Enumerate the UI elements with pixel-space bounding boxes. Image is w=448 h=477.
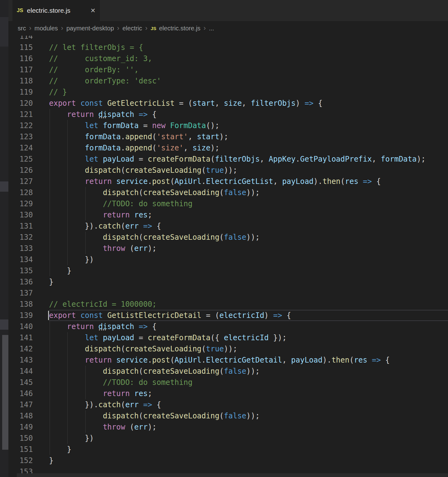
code-line[interactable]: 124 formData.append('size', size); (8, 142, 448, 154)
breadcrumb-item[interactable]: electric (123, 25, 142, 32)
code-line[interactable]: 122 let formData = new FormData(); (8, 120, 448, 131)
code-line[interactable]: 137 (8, 288, 448, 299)
code-line[interactable]: 115// let filterObjs = { (8, 42, 448, 53)
code-line-content[interactable]: //TODO: do something (49, 198, 448, 209)
horizontal-scrollbar[interactable] (17, 473, 448, 477)
code-line[interactable]: 139export const GetListElectricDetail = … (8, 310, 448, 321)
code-line[interactable]: 150 }) (8, 433, 448, 444)
code-line-content[interactable]: let payLoad = createFormData(filterObjs,… (49, 154, 448, 165)
code-line[interactable]: 120export const GetElectricList = (start… (8, 98, 448, 109)
code-line-content[interactable]: formData.append('size', size); (49, 142, 448, 154)
code-line[interactable]: 144 dispatch(createSaveLoading(false)); (8, 366, 448, 377)
code-line[interactable]: 132 dispatch(createSaveLoading(false)); (8, 232, 448, 243)
code-line-content[interactable] (49, 288, 448, 299)
code-line-content[interactable] (49, 36, 448, 42)
code-line[interactable]: 127 return service.post(ApiUrl.ElectricG… (8, 176, 448, 187)
code-token (49, 222, 85, 230)
code-line-content[interactable]: throw (err); (49, 421, 448, 433)
code-line-content[interactable]: }).catch(err => { (49, 221, 448, 232)
code-line-content[interactable]: return dispatch => { (49, 109, 448, 120)
code-line-content[interactable]: }) (49, 433, 448, 444)
close-icon[interactable]: ✕ (90, 7, 96, 14)
code-line-content[interactable]: // electricId = 1000000; (49, 299, 448, 310)
code-line[interactable]: 123 formData.append('start', start); (8, 131, 448, 142)
indent-guide (67, 142, 68, 154)
code-line[interactable]: 138// electricId = 1000000; (8, 299, 448, 310)
code-line-content[interactable]: // customer_id: 3, (49, 53, 448, 64)
code-token: catch (98, 400, 121, 409)
code-line[interactable]: 147 }).catch(err => { (8, 399, 448, 410)
code-line-content[interactable]: dispatch(createSaveLoading(true)); (49, 343, 448, 354)
code-line[interactable]: 121 return dispatch => { (8, 109, 448, 120)
indent-guide (50, 165, 50, 176)
code-line-content[interactable]: // let filterObjs = { (49, 42, 448, 53)
code-line-content[interactable]: dispatch(createSaveLoading(true)); (49, 165, 448, 176)
tab-electric-store-js[interactable]: JS electric.store.js ✕ (12, 0, 100, 21)
code-line-content[interactable]: } (49, 276, 448, 288)
code-line[interactable]: 151 } (8, 444, 448, 455)
indent-guide (67, 421, 68, 433)
code-line[interactable]: 125 let payLoad = createFormData(filterO… (8, 154, 448, 165)
breadcrumb-item[interactable]: src (18, 25, 26, 32)
code-line[interactable]: 129 //TODO: do something (8, 198, 448, 209)
code-editor[interactable]: 114115// let filterObjs = {116// custome… (8, 36, 448, 477)
code-line-content[interactable]: dispatch(createSaveLoading(false)); (49, 410, 448, 421)
code-line[interactable]: 142 dispatch(createSaveLoading(true)); (8, 343, 448, 354)
code-line-content[interactable]: dispatch(createSaveLoading(false)); (49, 366, 448, 377)
code-line-content[interactable]: return res; (49, 388, 448, 399)
code-line[interactable]: 140 return dispatch => { (8, 321, 448, 332)
code-line-content[interactable]: dispatch(createSaveLoading(false)); (49, 232, 448, 243)
code-line[interactable]: 148 dispatch(createSaveLoading(false)); (8, 410, 448, 421)
code-line-content[interactable]: return res; (49, 209, 448, 221)
code-line-content[interactable]: export const GetListElectricDetail = (el… (49, 310, 448, 321)
breadcrumb-item[interactable]: payment-desktop (66, 25, 114, 32)
code-token: ( (170, 356, 174, 364)
code-line[interactable]: 131 }).catch(err => { (8, 221, 448, 232)
code-line[interactable]: 149 throw (err); (8, 421, 448, 433)
code-line-content[interactable]: // orderType: 'desc' (49, 75, 448, 87)
code-line[interactable]: 114 (8, 36, 448, 42)
code-line[interactable]: 136} (8, 276, 448, 288)
code-line-content[interactable]: }).catch(err => { (49, 399, 448, 410)
code-line-content[interactable]: }) (49, 254, 448, 265)
code-line[interactable]: 130 return res; (8, 209, 448, 221)
code-token: , (282, 356, 291, 364)
code-line[interactable]: 141 let payLoad = createFormData({ elect… (8, 332, 448, 343)
breadcrumb-item[interactable]: electric.store.js (159, 25, 200, 32)
code-line[interactable]: 119// } (8, 87, 448, 98)
code-line-content[interactable]: return dispatch => { (49, 321, 448, 332)
code-line[interactable]: 118// orderType: 'desc' (8, 75, 448, 87)
breadcrumb-item[interactable]: modules (34, 25, 58, 32)
code-line-content[interactable]: formData.append('start', start); (49, 131, 448, 142)
breadcrumb-item[interactable]: ... (209, 25, 214, 32)
code-line-content[interactable]: return service.post(ApiUrl.ElectricGetDe… (49, 354, 448, 366)
indent-guide (50, 388, 50, 399)
code-line[interactable]: 126 dispatch(createSaveLoading(true)); (8, 165, 448, 176)
code-token: = (134, 155, 148, 163)
code-line[interactable]: 145 //TODO: do something (8, 377, 448, 388)
code-line-content[interactable]: export const GetElectricList = (start, s… (49, 98, 448, 109)
code-line-content[interactable]: return service.post(ApiUrl.ElectricGetLi… (49, 176, 448, 187)
code-line-content[interactable]: throw (err); (49, 243, 448, 254)
chevron-right-icon: › (117, 24, 119, 32)
code-line[interactable]: 133 throw (err); (8, 243, 448, 254)
code-line-content[interactable]: let payLoad = createFormData({ electricI… (49, 332, 448, 343)
code-line[interactable]: 135 } (8, 265, 448, 276)
code-line-content[interactable]: //TODO: do something (49, 377, 448, 388)
code-line-content[interactable]: } (49, 444, 448, 455)
code-line[interactable]: 134 }) (8, 254, 448, 265)
code-line-content[interactable]: dispatch(createSaveLoading(false)); (49, 187, 448, 198)
code-line-content[interactable]: } (49, 265, 448, 276)
code-line-content[interactable]: let formData = new FormData(); (49, 120, 448, 131)
vertical-scrollbar-thumb[interactable] (2, 335, 8, 450)
code-line[interactable]: 152} (8, 455, 448, 466)
code-line-content[interactable]: // orderBy: '', (49, 64, 448, 75)
code-line[interactable]: 128 dispatch(createSaveLoading(false)); (8, 187, 448, 198)
code-line-content[interactable]: // } (49, 87, 448, 98)
code-line-content[interactable]: } (49, 455, 448, 466)
code-token: }). (85, 400, 98, 409)
code-line[interactable]: 143 return service.post(ApiUrl.ElectricG… (8, 354, 448, 366)
code-line[interactable]: 146 return res; (8, 388, 448, 399)
code-line[interactable]: 117// orderBy: '', (8, 64, 448, 75)
code-line[interactable]: 116// customer_id: 3, (8, 53, 448, 64)
